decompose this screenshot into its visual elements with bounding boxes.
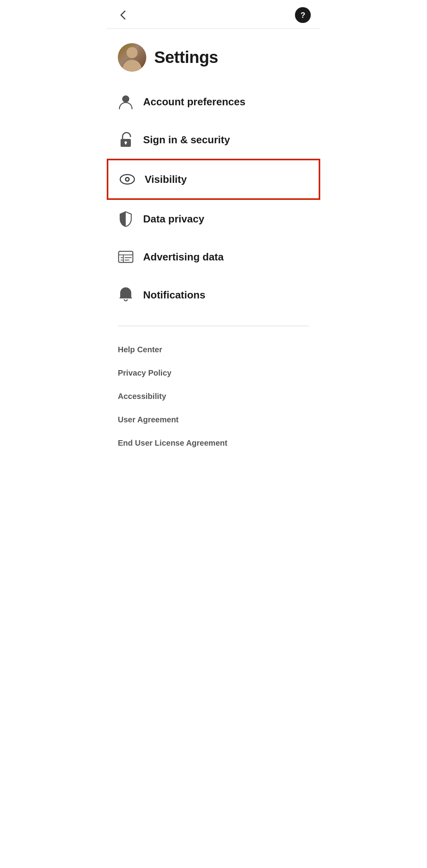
avatar-image xyxy=(118,43,146,72)
menu-item-label: Sign in & security xyxy=(143,134,230,146)
shield-icon xyxy=(118,211,134,227)
footer-link-user-agreement[interactable]: User Agreement xyxy=(118,408,309,431)
menu-item-label: Visibility xyxy=(145,173,187,186)
footer-link-label: Help Center xyxy=(118,345,162,354)
top-bar: ? xyxy=(107,0,320,29)
menu-item-sign-in-security[interactable]: Sign in & security xyxy=(107,121,320,159)
menu-item-label: Account preferences xyxy=(143,96,246,108)
footer-link-privacy-policy[interactable]: Privacy Policy xyxy=(118,361,309,385)
menu-item-notifications[interactable]: Notifications xyxy=(107,276,320,314)
header-section: Settings xyxy=(107,29,320,83)
footer-links: Help Center Privacy Policy Accessibility… xyxy=(107,334,320,459)
svg-point-6 xyxy=(126,178,128,180)
menu-item-label: Advertising data xyxy=(143,251,224,263)
lock-icon xyxy=(118,132,134,148)
menu-item-label: Notifications xyxy=(143,289,205,301)
bell-icon xyxy=(118,287,134,303)
person-icon xyxy=(118,94,134,110)
menu-item-label: Data privacy xyxy=(143,213,204,225)
menu-item-advertising-data[interactable]: Advertising data xyxy=(107,238,320,276)
help-icon: ? xyxy=(300,11,305,20)
footer-link-help-center[interactable]: Help Center xyxy=(118,338,309,361)
menu-list: Account preferences Sign in & security V… xyxy=(107,83,320,322)
footer-link-label: User Agreement xyxy=(118,415,179,424)
footer-link-label: End User License Agreement xyxy=(118,439,227,447)
avatar xyxy=(118,43,146,72)
footer-link-eula[interactable]: End User License Agreement xyxy=(118,431,309,455)
footer-link-label: Privacy Policy xyxy=(118,368,172,377)
footer-link-accessibility[interactable]: Accessibility xyxy=(118,385,309,408)
menu-item-account-preferences[interactable]: Account preferences xyxy=(107,83,320,121)
section-divider xyxy=(118,326,309,326)
page-title: Settings xyxy=(154,48,218,67)
ad-icon xyxy=(118,249,134,265)
eye-icon xyxy=(119,171,135,187)
svg-rect-3 xyxy=(125,142,127,144)
footer-link-label: Accessibility xyxy=(118,392,166,401)
svg-rect-7 xyxy=(119,251,133,262)
menu-item-data-privacy[interactable]: Data privacy xyxy=(107,200,320,238)
svg-point-0 xyxy=(122,95,129,103)
help-button[interactable]: ? xyxy=(295,7,311,23)
back-arrow-icon xyxy=(118,9,129,21)
menu-item-visibility[interactable]: Visibility xyxy=(107,159,320,200)
back-button[interactable] xyxy=(116,8,130,22)
